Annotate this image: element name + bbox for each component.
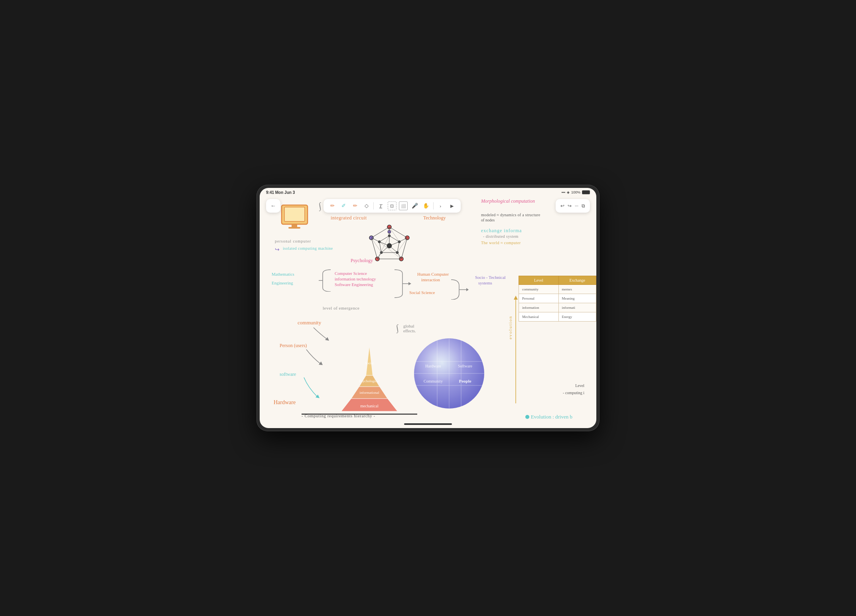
table-cell-information: information xyxy=(519,303,559,312)
svg-text:People: People xyxy=(459,379,471,383)
morphological-label: Morphological computation xyxy=(481,198,535,204)
distributed-label: - distributed system xyxy=(483,234,519,239)
systems-label: systems xyxy=(478,280,492,285)
software-arrow xyxy=(302,375,322,399)
separator2 xyxy=(433,202,434,209)
isolated-arrow: ↪ xyxy=(275,246,280,253)
svg-marker-47 xyxy=(325,337,329,341)
engineering-label: Engineering xyxy=(272,280,293,285)
table-row: Personal Meaning xyxy=(519,294,596,303)
level-emergence-label: level of emergence xyxy=(323,306,359,310)
options-button[interactable]: ··· xyxy=(575,203,578,209)
curly-deco: ∫ xyxy=(318,201,322,211)
play-tool[interactable]: ▶ xyxy=(448,201,456,210)
global-effects-label: global effects. xyxy=(403,324,416,333)
text-tool[interactable]: T xyxy=(376,201,385,210)
image-tool[interactable]: ⬜ xyxy=(399,201,408,210)
table-row: Mechanical Energy xyxy=(519,312,596,322)
svg-line-19 xyxy=(371,238,377,259)
hci-label: Human Computer xyxy=(417,272,449,276)
mathematics-label: Mathematics xyxy=(272,272,294,276)
interaction-label: interaction xyxy=(421,277,440,282)
svg-rect-1 xyxy=(284,207,305,221)
strikethrough xyxy=(302,413,417,415)
table-cell-memes: memes xyxy=(558,285,596,294)
back-icon: ← xyxy=(270,203,276,209)
globe-container: Hardware Software Community People xyxy=(411,336,487,411)
selection-tool[interactable]: ⊡ xyxy=(388,201,396,210)
hardware-left-label: Hardware xyxy=(274,399,296,406)
integrated-circuit-label: integrated circuit xyxy=(331,215,367,221)
ipad-frame: 9:41 Mon Jun 3 ▪▪▪ ◈ 100% ← ✏ ✐ ✏ ◇ T ⊡ … xyxy=(256,185,600,431)
svg-line-20 xyxy=(371,227,389,238)
pencil-tool[interactable]: ✏ xyxy=(328,201,337,210)
audio-tool[interactable]: 🎤 xyxy=(410,201,419,210)
svg-text:informational: informational xyxy=(360,391,379,395)
svg-line-33 xyxy=(389,246,397,253)
pyramid-container: mechanical informational Psychological S… xyxy=(337,344,397,411)
table-cell-informati: informati xyxy=(558,303,596,312)
signal-icon: ▪▪▪ xyxy=(561,190,565,194)
table-header-level: Level xyxy=(519,276,559,285)
status-time: 9:41 Mon Jun 3 xyxy=(266,190,295,195)
table-row: community memes xyxy=(519,285,596,294)
person-users-label: Person (users) xyxy=(280,343,307,349)
marker-tool[interactable]: ✏ xyxy=(351,201,359,210)
socio-technical-label: Socio - Technical xyxy=(475,275,506,280)
evolution-text-bottom: Evolution : driven b xyxy=(531,414,572,420)
table-row: information informati xyxy=(519,303,596,312)
undo-button[interactable]: ↩ xyxy=(560,203,564,209)
svg-rect-2 xyxy=(292,224,297,227)
home-bar[interactable] xyxy=(404,423,452,425)
table-header-exchange: Exchange xyxy=(558,276,596,285)
eraser-tool[interactable]: ◇ xyxy=(362,201,371,210)
toolbar: ✏ ✐ ✏ ◇ T ⊡ ⬜ 🎤 ✋ › ▶ xyxy=(323,199,461,213)
pc-label: personal computer xyxy=(275,239,311,243)
se-label: Software Engineering xyxy=(335,282,373,287)
pen-tool[interactable]: ✐ xyxy=(339,201,348,210)
redo-button[interactable]: ↪ xyxy=(568,203,572,209)
status-bar: 9:41 Mon Jun 3 ▪▪▪ ◈ 100% xyxy=(260,188,596,197)
svg-line-17 xyxy=(401,238,407,259)
top-controls: ↩ ↪ ··· ⧉ xyxy=(556,199,590,213)
exchange-label: exchange informa xyxy=(481,228,522,234)
cs-label: Computer Science xyxy=(335,271,367,276)
svg-line-36 xyxy=(389,227,399,242)
svg-line-16 xyxy=(389,227,407,238)
community-left-label: community xyxy=(298,320,321,326)
svg-text:Community: Community xyxy=(424,379,443,383)
more-tool[interactable]: › xyxy=(436,201,445,210)
the-world-label: The world ≈ computer xyxy=(481,241,521,245)
copy-button[interactable]: ⧉ xyxy=(582,203,585,209)
technology-label: Technology xyxy=(423,215,446,221)
svg-marker-44 xyxy=(408,282,411,285)
svg-point-70 xyxy=(414,338,484,409)
wifi-icon: ◈ xyxy=(567,190,570,194)
table-cell-community: community xyxy=(519,285,559,294)
ipad-screen: 9:41 Mon Jun 3 ▪▪▪ ◈ 100% ← ✏ ✐ ✏ ◇ T ⊡ … xyxy=(260,188,596,428)
curly-deco2: ∫ xyxy=(395,323,399,334)
back-button[interactable]: ← xyxy=(266,199,280,213)
svg-marker-76 xyxy=(514,296,518,300)
canvas: personal computer ↪ isolated computing m… xyxy=(260,188,596,428)
hand-tool[interactable]: ✋ xyxy=(422,201,430,210)
of-nodes-label: of nodes xyxy=(481,218,495,222)
level-bottom-label: Level xyxy=(575,383,584,388)
status-icons: ▪▪▪ ◈ 100% xyxy=(561,190,590,194)
person-arrow xyxy=(304,347,324,367)
social-science-label: Social Science xyxy=(409,290,435,295)
table-cell-energy: Energy xyxy=(558,312,596,322)
evolution-dot xyxy=(525,415,529,419)
svg-text:Social: Social xyxy=(365,361,374,365)
info-table: Level Exchange community memes Personal … xyxy=(519,276,596,322)
table-cell-mechanical: Mechanical xyxy=(519,312,559,322)
separator1 xyxy=(373,202,374,209)
table-cell-meaning: Meaning xyxy=(558,294,596,303)
table-cell-personal: Personal xyxy=(519,294,559,303)
psychology-label: Psychology xyxy=(351,258,373,264)
modeled-label: modeled ≈ dynamics of a structure xyxy=(481,213,540,217)
battery-bar xyxy=(582,190,590,194)
svg-text:Hardware: Hardware xyxy=(425,364,441,368)
svg-text:Software: Software xyxy=(458,364,473,368)
isolated-label: isolated computing machine xyxy=(283,246,333,251)
